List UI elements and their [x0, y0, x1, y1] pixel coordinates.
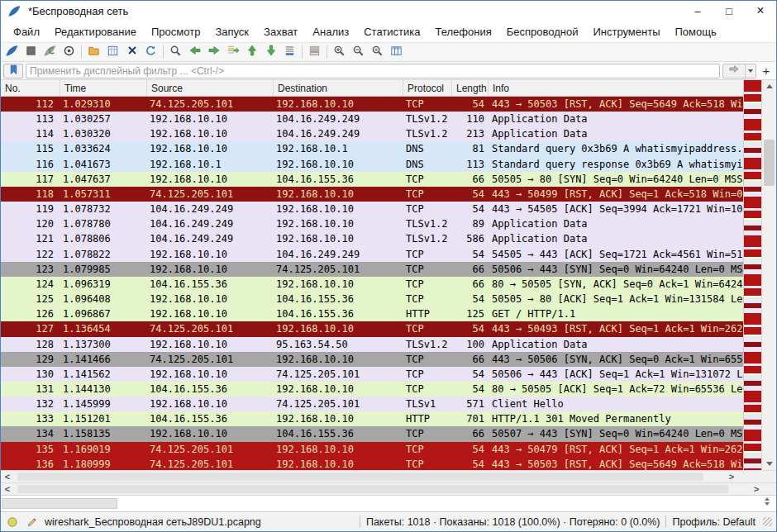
- go-to-packet-button[interactable]: [223, 43, 242, 61]
- scroll-left-icon[interactable]: <: [1, 471, 14, 482]
- table-row[interactable]: 1321.145999192.168.10.1074.125.205.101TL…: [1, 397, 743, 411]
- table-row[interactable]: 1261.096867192.168.10.10104.16.155.36HTT…: [1, 306, 743, 321]
- table-row[interactable]: 1161.041673192.168.10.1192.168.10.10DNS1…: [1, 157, 743, 172]
- horizontal-scrollbar-list[interactable]: < >: [1, 470, 738, 482]
- scroll-up-button[interactable]: [762, 80, 776, 93]
- menu-item-8[interactable]: Беспроводной: [499, 26, 586, 38]
- start-capture-button[interactable]: [2, 43, 21, 61]
- scroll-left-icon[interactable]: <: [1, 483, 14, 495]
- table-row[interactable]: 1241.096319104.16.155.36192.168.10.10TCP…: [1, 277, 743, 292]
- menu-item-4[interactable]: Захват: [256, 26, 305, 38]
- scroll-right-icon[interactable]: >: [750, 483, 763, 495]
- reload-file-button[interactable]: [141, 43, 160, 61]
- resize-grip[interactable]: [763, 517, 772, 526]
- menu-item-0[interactable]: Файл: [6, 26, 47, 38]
- column-header-destination[interactable]: Destination: [274, 80, 403, 96]
- menu-item-3[interactable]: Запуск: [207, 26, 256, 38]
- table-row[interactable]: 1291.14146674.125.205.101192.168.10.10TC…: [1, 352, 743, 367]
- toolbar-separator: [163, 45, 164, 59]
- close-button[interactable]: ×: [745, 1, 776, 21]
- table-row[interactable]: 1141.030320192.168.10.10104.16.249.249TL…: [1, 126, 743, 141]
- menu-item-5[interactable]: Анализ: [305, 26, 356, 38]
- zoom-in-button[interactable]: [330, 43, 349, 61]
- save-file-button[interactable]: [103, 43, 122, 61]
- minimize-button[interactable]: –: [682, 1, 713, 21]
- table-row[interactable]: 1221.078822192.168.10.10104.16.249.249TC…: [1, 247, 743, 262]
- table-row[interactable]: 1211.078806104.16.249.249192.168.10.10TL…: [1, 231, 743, 246]
- table-row[interactable]: 1231.079985192.168.10.1074.125.205.101TC…: [1, 262, 743, 277]
- open-file-button[interactable]: [84, 43, 103, 61]
- cell-info: Application Data: [489, 126, 743, 141]
- table-row[interactable]: 1271.13645474.125.205.101192.168.10.10TC…: [1, 321, 743, 336]
- go-previous-button[interactable]: [185, 43, 204, 61]
- column-header-source[interactable]: Source: [147, 80, 274, 96]
- capture-options-button[interactable]: [60, 43, 79, 61]
- table-row[interactable]: 1341.158135192.168.10.10104.16.155.36TCP…: [1, 426, 743, 441]
- go-last-button[interactable]: [261, 43, 280, 61]
- go-next-button[interactable]: [204, 43, 223, 61]
- capture-options-icon: [63, 45, 75, 60]
- table-row[interactable]: 1181.05731174.125.205.101192.168.10.10TC…: [1, 187, 743, 202]
- apply-filter-button[interactable]: [723, 64, 745, 78]
- colorize-packets-button[interactable]: [305, 43, 324, 61]
- packet-minimap[interactable]: [743, 80, 761, 470]
- table-row[interactable]: 1361.18099974.125.205.101192.168.10.10TC…: [1, 457, 743, 470]
- menu-item-10[interactable]: Помощь: [668, 26, 724, 38]
- column-header-time[interactable]: Time: [60, 80, 147, 96]
- zoom-out-button[interactable]: [349, 43, 368, 61]
- go-first-button[interactable]: [242, 43, 261, 61]
- column-header-info[interactable]: Info: [489, 80, 743, 96]
- horizontal-scrollbar-secondary[interactable]: < >: [1, 482, 763, 495]
- zoom-reset-button[interactable]: [368, 43, 387, 61]
- table-row[interactable]: 1151.033624192.168.10.10192.168.10.1DNS8…: [1, 141, 743, 156]
- cell-len: 54: [452, 442, 489, 457]
- capture-comment-button[interactable]: [25, 515, 39, 529]
- column-header-length[interactable]: Length: [452, 80, 489, 96]
- stop-capture-button[interactable]: [21, 43, 41, 61]
- close-file-button[interactable]: [122, 43, 141, 61]
- resize-columns-button[interactable]: [387, 43, 406, 61]
- column-header-protocol[interactable]: Protocol: [403, 80, 452, 96]
- display-filter-input[interactable]: [26, 64, 720, 78]
- table-row[interactable]: 1351.16901974.125.205.101192.168.10.10TC…: [1, 442, 743, 457]
- table-row[interactable]: 1311.144130104.16.155.36192.168.10.10TCP…: [1, 382, 743, 397]
- pane-handle[interactable]: [2, 498, 117, 509]
- menu-item-7[interactable]: Телефония: [427, 26, 498, 38]
- menu-item-6[interactable]: Статистика: [356, 26, 427, 38]
- cell-proto: TCP: [403, 426, 452, 441]
- table-row[interactable]: 1301.141562192.168.10.1074.125.205.101TC…: [1, 367, 743, 382]
- restart-capture-button[interactable]: [41, 43, 60, 61]
- table-row[interactable]: 1171.047637192.168.10.10104.16.155.36TCP…: [1, 172, 743, 187]
- horizontal-scrollbar-thumb[interactable]: [17, 485, 728, 493]
- menu-item-9[interactable]: Инструменты: [585, 26, 667, 38]
- menu-item-1[interactable]: Редактирование: [47, 26, 144, 38]
- scroll-right-icon[interactable]: >: [725, 471, 738, 482]
- maximize-button[interactable]: □: [713, 1, 745, 21]
- table-row[interactable]: 1251.096408192.168.10.10104.16.155.36TCP…: [1, 292, 743, 306]
- table-row[interactable]: 1131.030257192.168.10.10104.16.249.249TL…: [1, 112, 743, 126]
- table-row[interactable]: 1191.078732104.16.249.249192.168.10.10TC…: [1, 202, 743, 216]
- table-row[interactable]: 1331.151201104.16.155.36192.168.10.10HTT…: [1, 411, 743, 426]
- profile-label[interactable]: Профиль: Default: [672, 516, 756, 528]
- table-row[interactable]: 1281.137300192.168.10.1095.163.54.50TLSv…: [1, 337, 743, 352]
- pane-expand-control[interactable]: [765, 497, 770, 506]
- expert-info-button[interactable]: [5, 515, 19, 529]
- cell-len: 100: [452, 337, 489, 352]
- go-first-icon: [245, 44, 259, 60]
- add-filter-button[interactable]: +: [759, 64, 774, 78]
- filter-bookmark-button[interactable]: [3, 64, 23, 78]
- auto-scroll-button[interactable]: [280, 43, 299, 61]
- horizontal-scrollbar-thumb[interactable]: [17, 473, 703, 481]
- cell-no: 132: [1, 397, 60, 411]
- cell-no: 128: [1, 337, 60, 352]
- menu-item-2[interactable]: Просмотр: [144, 26, 207, 38]
- find-packet-button[interactable]: [166, 43, 185, 61]
- cell-len: 81: [452, 141, 489, 156]
- vertical-scrollbar-thumb[interactable]: [764, 140, 775, 186]
- filter-history-dropdown[interactable]: [745, 64, 756, 78]
- column-header-no[interactable]: No.: [1, 80, 60, 96]
- vertical-scrollbar[interactable]: [761, 80, 776, 470]
- scroll-down-button[interactable]: [762, 458, 776, 470]
- table-row[interactable]: 1121.02931074.125.205.101192.168.10.10TC…: [1, 97, 743, 112]
- table-row[interactable]: 1201.078780104.16.249.249192.168.10.10TL…: [1, 216, 743, 231]
